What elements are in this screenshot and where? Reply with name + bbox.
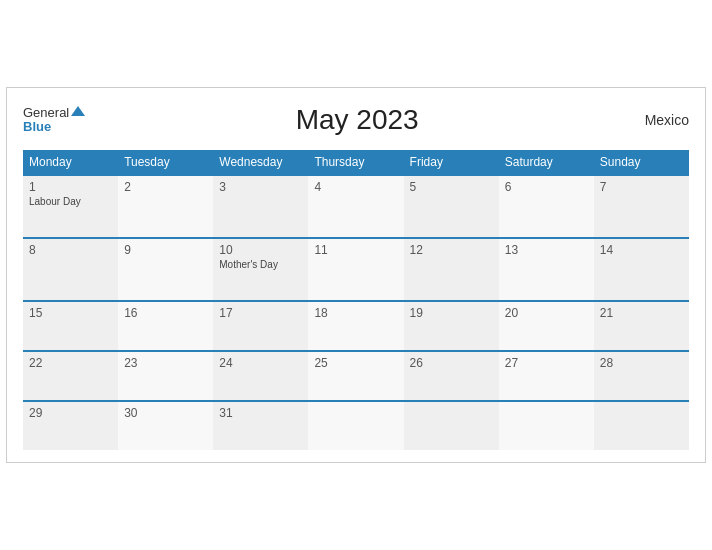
day-number: 8 <box>29 243 112 257</box>
day-number: 5 <box>410 180 493 194</box>
week-row-1: 1Labour Day234567 <box>23 175 689 238</box>
week-row-3: 15161718192021 <box>23 301 689 351</box>
col-header-friday: Friday <box>404 150 499 175</box>
day-number: 12 <box>410 243 493 257</box>
calendar-container: General Blue May 2023 Mexico MondayTuesd… <box>6 87 706 463</box>
logo-blue-text: Blue <box>23 120 85 134</box>
day-number: 3 <box>219 180 302 194</box>
day-number: 29 <box>29 406 112 420</box>
col-header-saturday: Saturday <box>499 150 594 175</box>
day-cell: 30 <box>118 401 213 450</box>
calendar-title: May 2023 <box>85 104 629 136</box>
day-number: 23 <box>124 356 207 370</box>
calendar-header-row: MondayTuesdayWednesdayThursdayFridaySatu… <box>23 150 689 175</box>
week-row-5: 293031 <box>23 401 689 450</box>
day-number: 6 <box>505 180 588 194</box>
day-number: 19 <box>410 306 493 320</box>
day-cell: 26 <box>404 351 499 401</box>
day-cell: 27 <box>499 351 594 401</box>
day-cell <box>308 401 403 450</box>
day-cell: 5 <box>404 175 499 238</box>
day-number: 10 <box>219 243 302 257</box>
day-cell: 17 <box>213 301 308 351</box>
day-cell: 29 <box>23 401 118 450</box>
day-cell: 25 <box>308 351 403 401</box>
day-number: 1 <box>29 180 112 194</box>
day-number: 7 <box>600 180 683 194</box>
day-number: 11 <box>314 243 397 257</box>
day-number: 28 <box>600 356 683 370</box>
day-number: 30 <box>124 406 207 420</box>
day-number: 27 <box>505 356 588 370</box>
day-cell: 31 <box>213 401 308 450</box>
day-number: 2 <box>124 180 207 194</box>
col-header-thursday: Thursday <box>308 150 403 175</box>
day-cell: 24 <box>213 351 308 401</box>
day-event-label: Labour Day <box>29 196 112 207</box>
day-cell: 13 <box>499 238 594 301</box>
day-cell: 15 <box>23 301 118 351</box>
day-number: 17 <box>219 306 302 320</box>
day-cell: 28 <box>594 351 689 401</box>
col-header-monday: Monday <box>23 150 118 175</box>
day-event-label: Mother's Day <box>219 259 302 270</box>
day-cell: 18 <box>308 301 403 351</box>
day-number: 31 <box>219 406 302 420</box>
day-number: 9 <box>124 243 207 257</box>
day-cell: 21 <box>594 301 689 351</box>
day-cell <box>594 401 689 450</box>
calendar-country: Mexico <box>629 112 689 128</box>
day-number: 20 <box>505 306 588 320</box>
day-cell: 1Labour Day <box>23 175 118 238</box>
calendar-header: General Blue May 2023 Mexico <box>23 104 689 136</box>
day-cell: 10Mother's Day <box>213 238 308 301</box>
day-cell: 8 <box>23 238 118 301</box>
day-number: 13 <box>505 243 588 257</box>
day-cell: 22 <box>23 351 118 401</box>
day-cell: 3 <box>213 175 308 238</box>
logo: General Blue <box>23 106 85 135</box>
day-cell: 12 <box>404 238 499 301</box>
day-number: 4 <box>314 180 397 194</box>
day-cell: 2 <box>118 175 213 238</box>
calendar-table: MondayTuesdayWednesdayThursdayFridaySatu… <box>23 150 689 450</box>
day-number: 15 <box>29 306 112 320</box>
day-cell: 11 <box>308 238 403 301</box>
day-cell: 20 <box>499 301 594 351</box>
day-cell: 23 <box>118 351 213 401</box>
day-cell: 6 <box>499 175 594 238</box>
week-row-2: 8910Mother's Day11121314 <box>23 238 689 301</box>
week-row-4: 22232425262728 <box>23 351 689 401</box>
day-cell <box>404 401 499 450</box>
logo-triangle-icon <box>71 106 85 116</box>
col-header-wednesday: Wednesday <box>213 150 308 175</box>
day-number: 25 <box>314 356 397 370</box>
day-cell: 14 <box>594 238 689 301</box>
logo-general-text: General <box>23 106 85 120</box>
day-cell: 19 <box>404 301 499 351</box>
col-header-tuesday: Tuesday <box>118 150 213 175</box>
day-number: 21 <box>600 306 683 320</box>
col-header-sunday: Sunday <box>594 150 689 175</box>
day-cell: 4 <box>308 175 403 238</box>
day-number: 18 <box>314 306 397 320</box>
day-number: 26 <box>410 356 493 370</box>
day-number: 16 <box>124 306 207 320</box>
day-cell: 9 <box>118 238 213 301</box>
day-cell: 16 <box>118 301 213 351</box>
day-number: 14 <box>600 243 683 257</box>
day-cell: 7 <box>594 175 689 238</box>
day-number: 24 <box>219 356 302 370</box>
day-number: 22 <box>29 356 112 370</box>
day-cell <box>499 401 594 450</box>
